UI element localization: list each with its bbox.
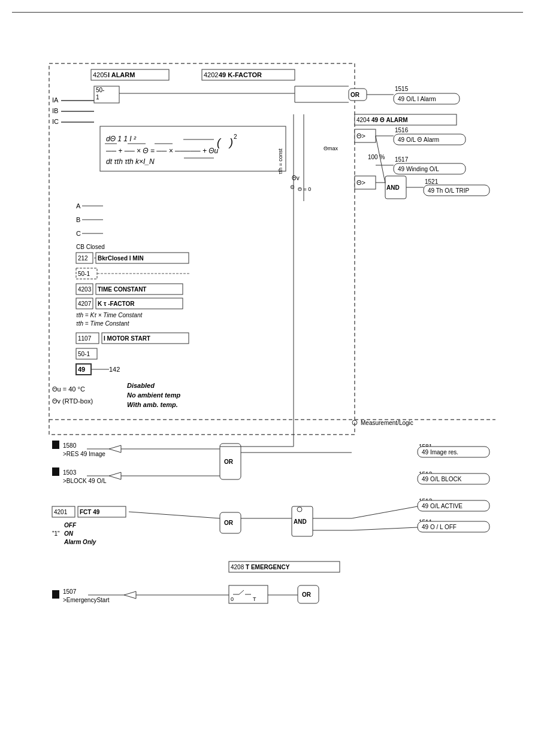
and-gate: AND (386, 184, 400, 191)
output-1517-label: 49 Winding O/L (398, 166, 439, 172)
input-1507-label: >EmergencyStart (63, 597, 110, 603)
input-1580-num: 1580 (63, 442, 77, 449)
block-212-label: BkrClosed I MIN (98, 255, 144, 262)
timer-label-0: 0 (231, 596, 234, 602)
block-4203-label: TIME CONSTANT (98, 286, 146, 293)
main-diagram: 4205 I ALARM 4202 49 K-FACTOR IA IB IC 5… (16, 22, 519, 740)
option-on: ON (64, 530, 74, 537)
input-ia: IA (52, 96, 59, 104)
output-1512-label: 49 O/L BLOCK (422, 476, 462, 482)
formula-line2: ── + ── × Θ = ── × ───── + Θu (105, 147, 219, 155)
relay-50-1-mid: 50-1 (78, 271, 90, 277)
theta-max: Θmax (324, 145, 338, 151)
svg-line-74 (352, 506, 418, 518)
output-1515-num: 1515 (395, 86, 409, 92)
tau-eq-1: τth = Kτ × Time Constant (76, 312, 143, 318)
block-4201-label: FCT 49 (80, 509, 100, 515)
input-1507-num: 1507 (63, 588, 77, 595)
svg-line-79 (129, 512, 220, 518)
output-1516-num: 1516 (395, 127, 409, 133)
or-gate-bottom: OR (302, 591, 312, 598)
option-off: OFF (64, 522, 77, 529)
block-1107-num: 1107 (78, 335, 92, 342)
percent-100: 100 % (368, 154, 385, 160)
output-1521-label: 49 Th O/L TRIP (428, 187, 470, 194)
output-1515-label: 49 O/L I Alarm (398, 96, 436, 102)
block-49-right: 142 (109, 366, 120, 373)
timer-label-t: T (253, 596, 256, 602)
output-1513-label: 49 O/L ACTIVE (422, 503, 463, 509)
input-ic: IC (52, 118, 59, 125)
quote-1: "1" (52, 530, 60, 537)
relay-50-1-bot: 50-1 (78, 351, 90, 357)
formula-superscript-2: 2 (234, 133, 237, 140)
theta-v-label: Θv (RTD-box) (52, 397, 93, 405)
section-b: B (76, 216, 80, 223)
formula-dtheta-dt: dΘ 1 1 I ² (106, 135, 137, 143)
block-4203-num: 4203 (78, 286, 92, 293)
cb-closed-label: CB Closed (76, 244, 105, 250)
block-4207-label: K τ -FACTOR (98, 300, 135, 307)
theta-comparator-2: Θ> (356, 179, 365, 186)
block-4204-num: 4204 (356, 117, 370, 123)
formula-line3: dt τth τth k×I_N (106, 157, 155, 166)
theta-u-label: Θu = 40 °C (52, 385, 85, 393)
svg-marker-56 (109, 445, 121, 453)
svg-marker-84 (124, 591, 136, 599)
block-4208-label: T EMERGENCY (246, 564, 290, 570)
svg-marker-59 (109, 472, 121, 479)
input-1503-label: >BLOCK 49 O/L (63, 478, 107, 484)
top-divider (12, 12, 523, 13)
block-4205-num: 4205 (93, 71, 107, 78)
svg-line-77 (352, 527, 418, 530)
section-a: A (76, 202, 81, 210)
section-c: C (76, 230, 81, 237)
and-gate-lower: AND (294, 518, 307, 525)
measurement-logic: Measurement/Logic (361, 420, 413, 426)
thetav-label: Θv (292, 175, 300, 181)
block-4208-num: 4208 (231, 564, 244, 570)
with-amb-option: With amb. temp. (127, 401, 178, 408)
block-212-num: 212 (78, 255, 88, 262)
relay-50-1-top-2: 1 (96, 94, 99, 101)
tau-const: τth = const (277, 148, 283, 174)
or-gate-1-text: OR (350, 92, 360, 98)
or-gate-lower-2: OR (224, 520, 234, 526)
disabled-option: Disabled (127, 382, 155, 389)
output-1521-num: 1521 (425, 178, 439, 185)
output-1517-num: 1517 (395, 156, 409, 163)
input-ib: IB (52, 107, 58, 114)
block-4205-label: I ALARM (108, 71, 135, 78)
block-4202-label: 49 K-FACTOR (219, 71, 262, 78)
or-gate-lower-1: OR (224, 459, 234, 465)
theta-comparator-1: Θ> (356, 132, 365, 139)
svg-rect-83 (52, 590, 59, 599)
no-ambient-option: No ambient temp (127, 391, 181, 399)
block-49: 49 (78, 366, 85, 373)
block-4201-num: 4201 (54, 509, 68, 515)
output-1516-label: 49 O/L Θ Alarm (398, 136, 439, 143)
block-4204-label: 49 Θ ALARM (371, 117, 408, 123)
input-1580-label: >RES 49 Image (63, 451, 105, 457)
option-alarm-only: Alarm Only (64, 539, 96, 545)
svg-rect-55 (52, 441, 59, 449)
svg-rect-58 (52, 467, 59, 476)
theta-label-rotated: Θ (289, 185, 295, 189)
input-1503-num: 1503 (63, 469, 77, 476)
formula-paren-right: ) (228, 136, 233, 148)
block-1107-label: I MOTOR START (104, 335, 150, 342)
block-4207-num: 4207 (78, 300, 92, 307)
output-1581-label: 49 Image res. (422, 449, 458, 456)
output-1511-label: 49 O / L OFF (422, 524, 457, 530)
page: 4205 I ALARM 4202 49 K-FACTOR IA IB IC 5… (0, 0, 535, 756)
tau-eq-2: τth = Time Constant (76, 320, 130, 327)
circuit-diagram: 4205 I ALARM 4202 49 K-FACTOR IA IB IC 5… (16, 22, 519, 740)
relay-50-1-top: 50- (96, 87, 104, 93)
block-4202-num: 4202 (204, 71, 218, 78)
theta-zero: Θ = 0 (298, 186, 311, 192)
